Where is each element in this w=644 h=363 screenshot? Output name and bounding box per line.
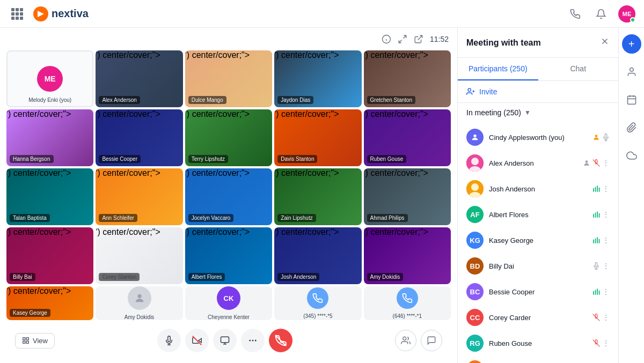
avatar-davis: DS: [466, 360, 484, 363]
phone-call-icon: [312, 293, 323, 303]
add-button[interactable]: +: [622, 34, 641, 54]
right-panel: Meeting with team Participants (250) Cha…: [457, 28, 618, 363]
info-button[interactable]: [382, 34, 391, 44]
info-icon: [382, 34, 391, 44]
host-badge-icon: [583, 159, 590, 167]
icons-ruben: ⋮: [592, 339, 610, 347]
mic-muted-icon-ruben: [592, 339, 600, 347]
svg-point-28: [473, 135, 476, 137]
name-kasey: Kasey George: [489, 236, 587, 245]
more-btn-bessie[interactable]: ⋮: [602, 287, 610, 296]
name-billy: Billy Dai: [489, 262, 587, 270]
svg-rect-49: [595, 239, 596, 243]
svg-rect-42: [597, 186, 598, 192]
contacts-nav-button[interactable]: [622, 62, 641, 82]
tile-phone-avatar-cheyenne: CK: [217, 286, 240, 310]
nav-right: ME: [567, 5, 635, 23]
video-tile-dulce: ') center/cover;"> Dulce Mango: [185, 50, 272, 107]
panel-actions: Invite: [458, 81, 618, 103]
participant-item: BC Bessie Cooper ⋮: [458, 279, 618, 305]
svg-rect-51: [599, 239, 600, 243]
more-btn-billy[interactable]: ⋮: [602, 262, 610, 270]
cloud-nav-button[interactable]: [622, 146, 641, 165]
svg-point-20: [255, 340, 257, 342]
my-initials: ME: [623, 11, 632, 17]
more-btn-josh[interactable]: ⋮: [602, 184, 610, 193]
more-btn-corey[interactable]: ⋮: [602, 313, 610, 322]
share-button[interactable]: [213, 329, 237, 352]
svg-rect-12: [26, 341, 28, 343]
tab-chat[interactable]: Chat: [538, 58, 619, 80]
tab-participants[interactable]: Participants (250): [458, 58, 538, 80]
svg-rect-50: [597, 237, 598, 243]
tile-label-dulce: Dulce Mango: [188, 96, 226, 104]
nextiva-logo-icon: [32, 5, 49, 23]
grid-menu-button[interactable]: [9, 5, 26, 23]
close-panel-button[interactable]: [600, 36, 610, 49]
far-right-nav: +: [618, 28, 644, 363]
video-area: 11:52 ME Melody Enki (you) ') center/cov…: [0, 28, 457, 363]
video-tile-jaydon: ') center/cover;"> Jaydon Dias: [274, 50, 361, 107]
phone-nav-button[interactable]: [567, 5, 584, 23]
my-avatar[interactable]: ME: [618, 5, 635, 23]
close-icon: [600, 36, 610, 46]
logo-text: nextiva: [52, 8, 89, 20]
svg-point-8: [137, 294, 141, 298]
icons-josh: ⋮: [592, 184, 610, 193]
fullscreen-button[interactable]: [398, 34, 407, 44]
more-btn-kasey[interactable]: ⋮: [602, 236, 610, 245]
more-button[interactable]: [241, 329, 265, 352]
avatar-alex: [466, 154, 484, 172]
more-btn-albert[interactable]: ⋮: [602, 210, 610, 219]
video-tile-amy-v: ') center/cover;"> Amy Dokidis: [364, 227, 451, 284]
more-btn-ruben[interactable]: ⋮: [602, 339, 610, 347]
video-button[interactable]: [185, 329, 209, 352]
invite-button[interactable]: Invite: [466, 87, 497, 96]
participant-item: BD Billy Dai ⋮: [458, 253, 618, 279]
participant-item: Josh Anderson ⋮: [458, 176, 618, 202]
svg-point-29: [595, 135, 598, 137]
logo: nextiva: [32, 5, 89, 23]
view-button[interactable]: View: [15, 333, 55, 349]
tile-label-bessie: Bessie Cooper: [99, 155, 141, 163]
video-off-icon: [192, 336, 202, 345]
microphone-icon: [164, 336, 174, 345]
chat-button[interactable]: [421, 330, 442, 351]
online-indicator: [630, 17, 635, 23]
tile-label-corey: Corey Stanton: [99, 273, 140, 281]
avatar-corey: CC: [466, 309, 484, 326]
speaking-bars-icon-kasey: [592, 236, 600, 244]
calendar-nav-button[interactable]: [622, 90, 641, 109]
video-tile-gretchen: ') center/cover;"> Gretchen Stanton: [364, 50, 451, 107]
popout-button[interactable]: [414, 34, 423, 44]
video-tile-amy-d: Amy Dokidis: [96, 286, 182, 320]
attach-nav-button[interactable]: [622, 118, 641, 137]
grid-icon: [11, 8, 23, 20]
tile-label-amy-v: Amy Dokidis: [367, 273, 404, 281]
video-tile-davis: ') center/cover;"> Davis Stanton: [274, 109, 361, 166]
popout-icon: [414, 34, 423, 44]
svg-rect-69: [627, 96, 635, 104]
call-timer: 11:52: [430, 35, 449, 43]
more-icon: [248, 336, 258, 345]
participants-button[interactable]: [395, 330, 416, 351]
video-tile-ann: ') center/cover;"> Ann Schleifer: [96, 168, 182, 225]
tile-label-ann: Ann Schleifer: [99, 214, 137, 222]
meeting-title: Meeting with team: [466, 38, 541, 48]
more-btn-alex[interactable]: ⋮: [602, 159, 610, 167]
video-tile-jocelyn: ') center/cover;"> Jocelyn Vaccaro: [185, 168, 272, 225]
mute-button[interactable]: [157, 329, 181, 352]
name-josh: Josh Anderson: [489, 185, 587, 193]
svg-line-36: [593, 160, 600, 167]
tile-label-billy: Billy Bai: [10, 273, 35, 281]
bell-nav-button[interactable]: [592, 5, 610, 23]
view-label: View: [33, 337, 48, 345]
top-nav: nextiva ME: [0, 0, 644, 28]
svg-line-5: [403, 35, 406, 38]
speaking-bars-icon-josh: [592, 185, 600, 192]
icons-billy: ⋮: [592, 262, 610, 270]
video-tile-josh: ') center/cover;"> Josh Anderson: [274, 227, 361, 284]
end-call-button[interactable]: [269, 329, 292, 352]
tile-label-talan: Talan Baptista: [10, 214, 50, 222]
svg-rect-43: [599, 188, 600, 192]
